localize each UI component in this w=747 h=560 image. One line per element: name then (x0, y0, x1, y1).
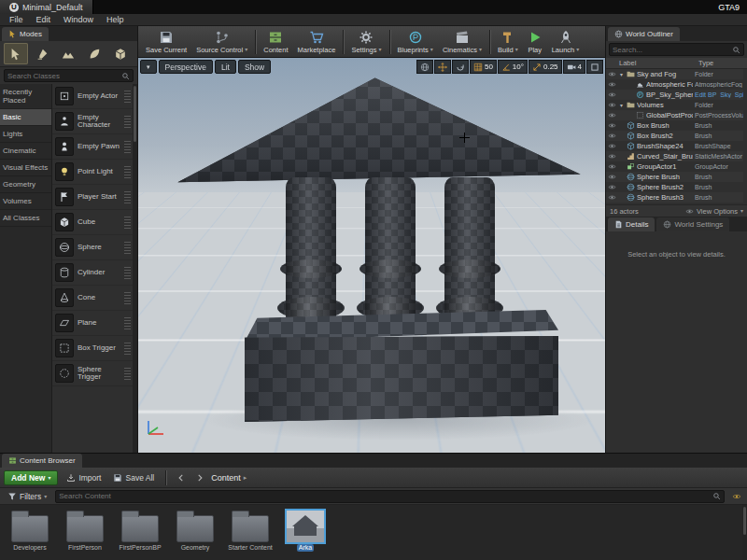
outliner-row[interactable]: Sphere BrushBrush (606, 172, 743, 182)
save-current-button[interactable]: Save Current (141, 29, 191, 55)
category-basic[interactable]: Basic (0, 109, 51, 126)
visibility-eye-icon[interactable] (608, 152, 616, 161)
save-all-button[interactable]: Save All (109, 471, 158, 484)
expand-caret-icon[interactable]: ▾ (618, 102, 625, 108)
grid-snap-button[interactable]: 50 (470, 60, 497, 74)
forward-button[interactable] (192, 470, 206, 484)
content-button[interactable]: Content (259, 29, 292, 55)
modes-search-input[interactable] (7, 72, 121, 80)
source-control-button[interactable]: Source Control▾ (191, 29, 252, 55)
visibility-eye-icon[interactable] (608, 132, 616, 140)
expand-caret-icon[interactable]: ▾ (618, 71, 625, 77)
place-item-empty-actor[interactable]: Empty Actor (52, 84, 133, 109)
category-cinematic[interactable]: Cinematic (0, 143, 51, 160)
viewport-perspective-button[interactable]: Perspective (159, 60, 213, 74)
outliner-search-input[interactable] (613, 46, 732, 54)
content-search-input[interactable] (59, 492, 712, 500)
place-item-cube[interactable]: Cube (52, 210, 133, 235)
modes-scrollbar-thumb[interactable] (134, 86, 136, 142)
drag-grip-icon[interactable] (124, 91, 131, 103)
drag-grip-icon[interactable] (124, 368, 131, 380)
tab-modes[interactable]: Modes (2, 27, 49, 41)
viewport-options-button[interactable]: ▾ (140, 60, 157, 74)
visibility-eye-icon[interactable] (608, 111, 616, 119)
outliner-row[interactable]: GlobalPostProcessVolumePostProcessVolume (606, 110, 743, 120)
folder-geometry[interactable]: Geometry (171, 509, 219, 552)
outliner-row[interactable]: Box Brush2Brush (606, 131, 743, 141)
tab-content-browser[interactable]: Content Browser (2, 454, 82, 468)
window-tab[interactable]: U Minimal_Default (0, 0, 93, 14)
category-lights[interactable]: Lights (0, 126, 51, 143)
blueprints-button[interactable]: Blueprints▾ (393, 29, 438, 55)
viewport-canvas[interactable]: ▾ Perspective Lit Show 50 10° 0.25 4 (138, 58, 605, 453)
drag-grip-icon[interactable] (124, 217, 131, 229)
visibility-eye-icon[interactable] (608, 183, 616, 191)
marketplace-button[interactable]: Marketplace (293, 29, 341, 55)
add-new-button[interactable]: Add New▾ (4, 470, 58, 485)
tab-details[interactable]: Details (608, 217, 655, 231)
drag-grip-icon[interactable] (124, 191, 131, 203)
menu-help[interactable]: Help (100, 15, 131, 24)
outliner-row[interactable]: ▾VolumesFolder (606, 100, 743, 110)
place-item-sphere[interactable]: Sphere (52, 235, 133, 260)
place-item-cylinder[interactable]: Cylinder (52, 260, 133, 286)
outliner-row[interactable]: ▾Sky and FogFolder (606, 69, 743, 79)
place-item-sphere-trigger[interactable]: Sphere Trigger (52, 361, 133, 386)
place-item-empty-pawn[interactable]: Empty Pawn (52, 134, 133, 160)
folder-starter-content[interactable]: Starter Content (226, 509, 275, 552)
back-button[interactable] (174, 470, 188, 484)
category-all-classes[interactable]: All Classes (0, 210, 51, 227)
outliner-row[interactable]: Curved_Stair_Brush_StaticMeshStaticMeshA… (606, 151, 743, 161)
visibility-eye-icon[interactable] (608, 70, 616, 78)
place-item-cone[interactable]: Cone (52, 286, 133, 311)
outliner-row[interactable]: Atmospheric FogAtmosphericFog (606, 79, 743, 90)
visibility-eye-icon[interactable] (608, 162, 616, 171)
outliner-row[interactable]: Box BrushBrush (606, 120, 743, 131)
visibility-eye-icon[interactable] (608, 173, 616, 181)
play-button[interactable]: Play (523, 29, 547, 55)
place-item-plane[interactable]: Plane (52, 311, 133, 336)
settings-button[interactable]: Settings▾ (346, 29, 386, 55)
category-volumes[interactable]: Volumes (0, 193, 51, 210)
edit-blueprint-link[interactable]: Edit BP_Sky_Sph (695, 91, 743, 98)
build-button[interactable]: Build▾ (493, 29, 523, 55)
cinematics-button[interactable]: Cinematics▾ (438, 29, 486, 55)
folder-firstpersonbp[interactable]: FirstPersonBP (116, 509, 164, 552)
visibility-eye-icon[interactable] (608, 142, 616, 150)
viewport-lit-button[interactable]: Lit (215, 60, 236, 74)
assets-scrollbar-thumb[interactable] (743, 507, 746, 535)
outliner-row[interactable]: BP_Sky_SphereEdit BP_Sky_Sph (606, 90, 743, 100)
folder-firstperson[interactable]: FirstPerson (61, 509, 109, 552)
move-tool-button[interactable] (434, 60, 451, 74)
menu-file[interactable]: File (3, 15, 30, 24)
rotate-tool-button[interactable] (452, 60, 469, 74)
rotation-snap-button[interactable]: 10° (498, 60, 528, 74)
drag-grip-icon[interactable] (124, 116, 131, 128)
drag-grip-icon[interactable] (124, 317, 131, 329)
maximize-viewport-button[interactable] (586, 60, 603, 74)
menu-edit[interactable]: Edit (30, 15, 58, 24)
paint-mode-button[interactable] (30, 43, 54, 64)
geometry-mode-button[interactable] (108, 43, 133, 64)
viewport-show-button[interactable]: Show (238, 60, 271, 74)
breadcrumb[interactable]: Content ▸ (211, 473, 247, 483)
visibility-eye-icon[interactable] (608, 80, 616, 89)
view-settings-button[interactable] (729, 489, 743, 503)
drag-grip-icon[interactable] (124, 166, 131, 178)
drag-grip-icon[interactable] (124, 343, 131, 355)
landscape-mode-button[interactable] (56, 43, 80, 64)
filters-button[interactable]: Filters▾ (4, 490, 50, 503)
drag-grip-icon[interactable] (124, 267, 131, 279)
category-geometry[interactable]: Geometry (0, 176, 51, 193)
import-button[interactable]: Import (63, 471, 105, 484)
drag-grip-icon[interactable] (124, 292, 131, 304)
menu-window[interactable]: Window (57, 15, 100, 24)
outliner-row[interactable]: BrushShape24BrushShape (606, 141, 743, 151)
scale-snap-button[interactable]: 0.25 (529, 60, 562, 74)
category-recently-placed[interactable]: Recently Placed (0, 84, 51, 109)
foliage-mode-button[interactable] (82, 43, 106, 64)
place-item-box-trigger[interactable]: Box Trigger (52, 336, 133, 361)
visibility-eye-icon[interactable] (608, 193, 616, 202)
view-options-button[interactable]: View Options ▾ (685, 207, 743, 216)
outliner-row[interactable]: GroupActor1GroupActor (606, 161, 743, 172)
